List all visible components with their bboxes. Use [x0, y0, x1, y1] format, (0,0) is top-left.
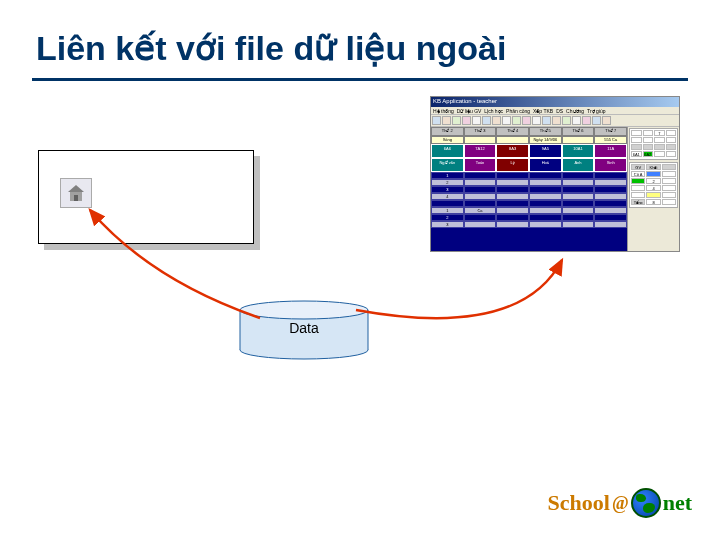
toolbar-button	[532, 116, 541, 125]
app-side-panel: 76A16A2GVKhốiCô A24Tổng8	[627, 127, 679, 251]
app-grid: Thứ 2Thứ 3Thứ 4Thứ 5Thứ 6Thứ 7SángNgày 1…	[431, 127, 627, 251]
toolbar-button	[572, 116, 581, 125]
toolbar-button	[582, 116, 591, 125]
slide-title: Liên kết với file dữ liệu ngoài	[36, 28, 506, 68]
toolbar-button	[522, 116, 531, 125]
toolbar-button	[512, 116, 521, 125]
cylinder-label: Data	[238, 320, 370, 336]
toolbar-button	[432, 116, 441, 125]
toolbar-button	[562, 116, 571, 125]
svg-rect-2	[74, 195, 78, 201]
toolbar-button	[452, 116, 461, 125]
globe-icon	[631, 488, 661, 518]
schoolnet-logo: School @ net	[548, 488, 692, 518]
house-icon	[60, 178, 92, 208]
menu-item: Xếp TKB	[533, 108, 553, 114]
menu-item: Hệ thống	[433, 108, 454, 114]
menu-item: Lịch học	[484, 108, 503, 114]
app-menubar: Hệ thốngDữ liệu GVLịch họcPhân côngXếp T…	[431, 107, 679, 115]
menu-item: Phân công	[506, 108, 530, 114]
svg-marker-0	[68, 185, 84, 192]
toolbar-button	[542, 116, 551, 125]
app-titlebar: KB Application - teacher	[431, 97, 679, 107]
logo-at: @	[612, 493, 629, 514]
menu-item: Dữ liệu GV	[457, 108, 482, 114]
menu-item: DS	[556, 108, 563, 114]
svg-point-7	[240, 301, 368, 319]
toolbar-button	[482, 116, 491, 125]
menu-item: Chương	[566, 108, 584, 114]
toolbar-button	[462, 116, 471, 125]
logo-school: School	[548, 490, 610, 516]
title-underline	[32, 78, 688, 81]
toolbar-button	[502, 116, 511, 125]
app-window-thumbnail: KB Application - teacher Hệ thốngDữ liệu…	[430, 96, 680, 252]
arrows-overlay	[0, 0, 720, 540]
toolbar-button	[492, 116, 501, 125]
logo-net: net	[663, 490, 692, 516]
app-toolbar	[431, 115, 679, 127]
arrow-to-app	[356, 260, 562, 318]
menu-item: Trợ giúp	[587, 108, 605, 114]
toolbar-button	[602, 116, 611, 125]
toolbar-button	[552, 116, 561, 125]
toolbar-button	[472, 116, 481, 125]
toolbar-button	[592, 116, 601, 125]
toolbar-button	[442, 116, 451, 125]
